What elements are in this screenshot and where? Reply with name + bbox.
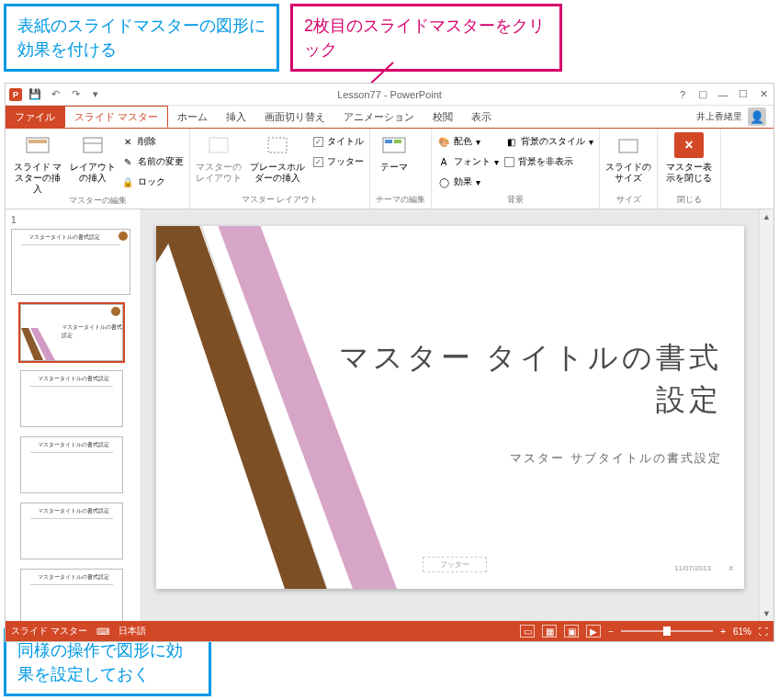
insert-layout-button[interactable]: レイアウトの挿入 [70,132,116,184]
lock-icon: 🔒 [121,175,134,188]
delete-icon: ✕ [121,135,134,148]
thumbnail-layout-3[interactable]: マスタータイトルの書式設定 [20,436,123,493]
master-layout-button: マスターのレイアウト [196,132,242,184]
slide-size-icon [615,134,641,156]
zoom-in-button[interactable]: + [720,627,726,637]
close-master-label: マスター表示を閉じる [663,162,715,184]
group-background-label: 背景 [437,194,593,209]
slide-master-icon [25,134,51,156]
qat-save-button[interactable]: 💾 [28,87,42,102]
callout-top-right: 2枚目のスライドマスターをクリック [290,4,562,72]
rename-label: 名前の変更 [138,155,184,168]
insert-slide-master-button[interactable]: スライド マスターの挿入 [11,132,64,195]
master-index: 1 [9,215,137,225]
status-mode: スライド マスター [11,625,87,638]
slide-footer-placeholder[interactable]: フッター [423,557,487,572]
zoom-out-button[interactable]: − [608,627,614,637]
lock-label: ロック [138,175,165,188]
tab-view[interactable]: 表示 [462,106,501,128]
close-window-button[interactable]: ✕ [757,88,770,101]
themes-button[interactable]: テーマ [376,132,412,173]
fonts-label: フォント [454,155,491,168]
ribbon-group-edit-master: スライド マスターの挿入 レイアウトの挿入 ✕削除 ✎名前の変更 🔒ロック マス… [6,129,190,209]
colors-icon: 🎨 [437,135,450,148]
slide-master-preview: マスター タイトルの書式設定 マスター サブタイトルの書式設定 フッター 11/… [156,226,744,589]
master-layout-label: マスターのレイアウト [196,162,242,184]
user-area[interactable]: 井上香緒里 👤 [689,106,773,128]
callout-top-left: 表紙のスライドマスターの図形に効果を付ける [4,4,279,72]
delete-label: 削除 [138,135,156,148]
rename-icon: ✎ [121,155,134,168]
thumb-badge-icon [119,231,128,241]
title-bar: P 💾 ↶ ↷ ▾ Lesson77 - PowerPoint ? ▢ — ☐ … [6,84,773,106]
view-reading-button[interactable]: ▣ [564,625,579,638]
slide-title-placeholder[interactable]: マスター タイトルの書式設定 [309,336,722,422]
svg-rect-10 [619,140,638,152]
slide-date-placeholder[interactable]: 11/07/2013 [674,564,711,572]
qat-undo-button[interactable]: ↶ [48,87,62,102]
placeholder-icon [265,134,290,156]
colors-button[interactable]: 🎨配色 ▾ [437,132,499,151]
thumbnail-layout-1[interactable]: マスタータイトルの書式設定 [20,304,123,361]
slide-pagenum-placeholder[interactable]: # [729,564,733,572]
view-sorter-button[interactable]: ▦ [542,625,557,638]
effects-button[interactable]: ◯効果 ▾ [437,173,499,191]
svg-rect-8 [385,140,392,143]
vertical-scrollbar[interactable]: ▲ ▼ [759,209,773,621]
thumbnail-pane[interactable]: 1 マスタータイトルの書式設定 マスタータイトルの書式設定 [6,209,141,621]
maximize-button[interactable]: ☐ [737,88,750,101]
checkbox-icon: ✓ [313,137,323,147]
thumbnail-layout-5[interactable]: マスタータイトルの書式設定 [20,569,123,621]
scroll-down-button[interactable]: ▼ [760,606,773,621]
tab-home[interactable]: ホーム [168,106,217,128]
slide-size-button[interactable]: スライドのサイズ [605,132,651,184]
svg-rect-2 [28,140,47,143]
zoom-slider-thumb[interactable] [663,627,671,636]
group-size-label: サイズ [605,194,651,209]
slide-subtitle-placeholder[interactable]: マスター サブタイトルの書式設定 [510,450,722,467]
view-normal-button[interactable]: ▭ [520,625,535,638]
hide-bg-checkbox[interactable]: 背景を非表示 [504,152,593,171]
slide-canvas-area[interactable]: マスター タイトルの書式設定 マスター サブタイトルの書式設定 フッター 11/… [141,209,759,621]
view-slideshow-button[interactable]: ▶ [586,625,601,638]
delete-button[interactable]: ✕削除 [121,132,184,151]
qat-redo-button[interactable]: ↷ [68,87,83,102]
insert-placeholder-button[interactable]: プレースホルダーの挿入 [247,132,308,184]
minimize-button[interactable]: — [717,88,729,101]
scroll-up-button[interactable]: ▲ [760,209,773,224]
group-edit-master-label: マスターの編集 [11,195,184,209]
group-master-layout-label: マスター レイアウト [196,194,364,209]
tab-animations[interactable]: アニメーション [334,106,423,128]
thumb-layout-title: マスタータイトルの書式設定 [62,323,122,340]
lock-button[interactable]: 🔒ロック [121,173,184,191]
thumbnail-layout-2[interactable]: マスタータイトルの書式設定 [20,370,123,427]
ribbon-group-edit-theme: テーマ テーマの編集 [370,129,432,209]
qat-customize-button[interactable]: ▾ [88,87,103,102]
tab-file[interactable]: ファイル [6,106,64,128]
zoom-value[interactable]: 61% [733,627,751,637]
status-lang-icon: ⌨ [96,627,109,637]
bg-style-label: 背景のスタイル [521,135,585,148]
fonts-button[interactable]: Aフォント ▾ [437,152,499,171]
ribbon-display-button[interactable]: ▢ [696,88,709,101]
tab-insert[interactable]: 挿入 [217,106,255,128]
close-master-view-button[interactable]: × マスター表示を閉じる [663,132,715,184]
ribbon-tabs: ファイル スライド マスター ホーム 挿入 画面切り替え アニメーション 校閲 … [6,106,773,129]
bg-style-button[interactable]: ◧背景のスタイル ▾ [504,132,593,151]
footer-checkbox[interactable]: ✓フッター [313,152,364,171]
tab-transitions[interactable]: 画面切り替え [255,106,334,128]
tab-review[interactable]: 校閲 [423,106,462,128]
fit-to-window-button[interactable]: ⛶ [759,627,768,637]
title-checkbox[interactable]: ✓タイトル [313,132,364,151]
tab-slide-master[interactable]: スライド マスター [64,106,168,128]
zoom-slider[interactable] [621,630,713,632]
bg-style-icon: ◧ [504,135,517,148]
help-button[interactable]: ? [676,88,689,101]
thumb-master-title: マスタータイトルの書式設定 [28,233,100,242]
thumbnail-master[interactable]: マスタータイトルの書式設定 [11,229,130,295]
thumbnail-layout-4[interactable]: マスタータイトルの書式設定 [20,502,123,559]
rename-button[interactable]: ✎名前の変更 [121,152,184,171]
group-edit-theme-label: テーマの編集 [376,194,425,209]
svg-rect-5 [209,138,228,152]
master-layout-icon [206,134,231,156]
